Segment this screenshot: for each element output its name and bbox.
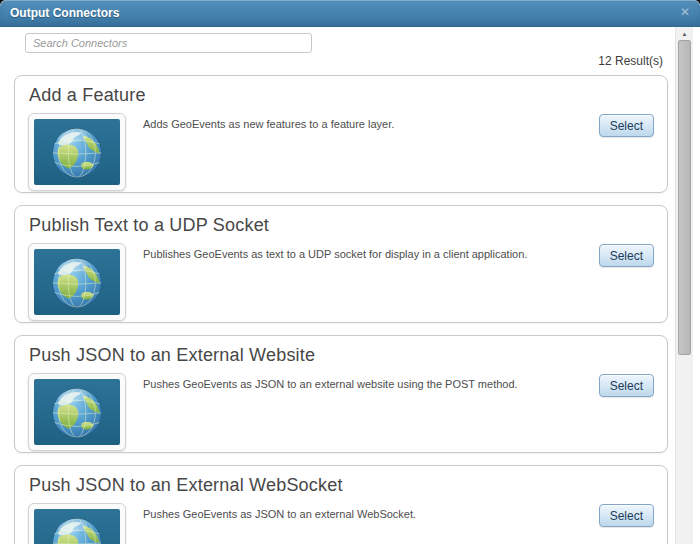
- connector-title: Push JSON to an External Website: [29, 345, 654, 366]
- dialog-title: Output Connectors: [0, 0, 119, 26]
- globe-icon: [49, 384, 105, 440]
- search-input[interactable]: [25, 33, 312, 53]
- select-button[interactable]: Select: [599, 504, 654, 527]
- connector-card: Push JSON to an External WebSocket Pushe…: [14, 465, 668, 544]
- connector-card: Push JSON to an External Website Pushes …: [14, 335, 668, 453]
- dialog-titlebar[interactable]: Output Connectors ✕: [0, 0, 700, 27]
- results-count: 12 Result(s): [598, 54, 663, 68]
- connector-thumbnail: [28, 503, 126, 544]
- globe-icon: [49, 124, 105, 180]
- scroll-up-arrow-icon[interactable]: ▲: [676, 27, 693, 40]
- globe-icon: [49, 514, 105, 544]
- globe-icon: [49, 254, 105, 310]
- scrollbar[interactable]: ▲: [675, 27, 693, 544]
- thumbnail-background: [34, 119, 120, 185]
- connector-title: Add a Feature: [29, 85, 654, 106]
- connector-description: Adds GeoEvents as new features to a feat…: [143, 117, 587, 132]
- connector-description: Pushes GeoEvents as JSON to an external …: [143, 507, 587, 522]
- connector-thumbnail: [28, 243, 126, 321]
- thumbnail-background: [34, 379, 120, 445]
- connector-title: Push JSON to an External WebSocket: [29, 475, 654, 496]
- close-icon[interactable]: ✕: [678, 4, 692, 20]
- select-button[interactable]: Select: [599, 374, 654, 397]
- output-connectors-dialog: Output Connectors ✕ 12 Result(s) Add a F…: [0, 0, 700, 544]
- connector-title: Publish Text to a UDP Socket: [29, 215, 654, 236]
- connector-thumbnail: [28, 113, 126, 191]
- thumbnail-background: [34, 509, 120, 544]
- connector-description: Publishes GeoEvents as text to a UDP soc…: [143, 247, 587, 262]
- select-button[interactable]: Select: [599, 244, 654, 267]
- connector-card: Add a Feature Adds GeoEvents as new feat…: [14, 75, 668, 193]
- thumbnail-background: [34, 249, 120, 315]
- connector-card: Publish Text to a UDP Socket Publishes G…: [14, 205, 668, 323]
- dialog-content: 12 Result(s) Add a Feature Adds GeoEvent…: [0, 27, 700, 544]
- connector-thumbnail: [28, 373, 126, 451]
- select-button[interactable]: Select: [599, 114, 654, 137]
- scrollbar-thumb[interactable]: [678, 40, 691, 355]
- connector-list: Add a Feature Adds GeoEvents as new feat…: [14, 75, 668, 544]
- connector-description: Pushes GeoEvents as JSON to an external …: [143, 377, 587, 392]
